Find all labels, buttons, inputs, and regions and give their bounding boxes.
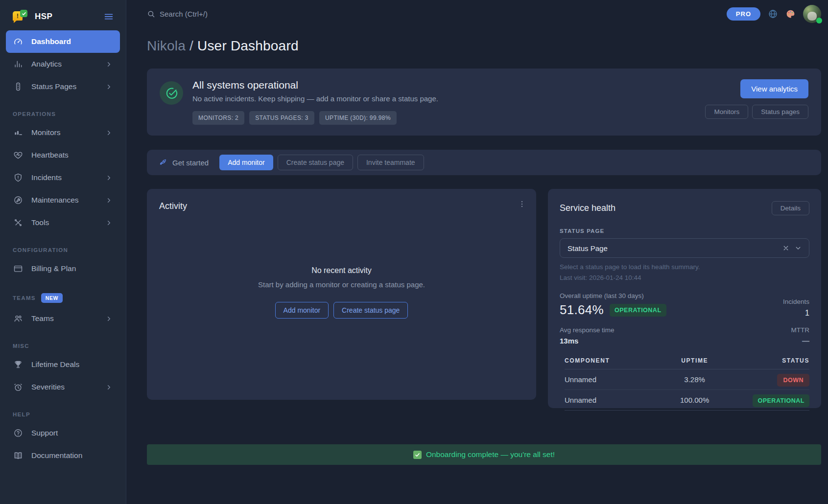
sidebar-item-incidents[interactable]: Incidents (6, 166, 120, 189)
theme-palette-icon[interactable] (785, 9, 796, 19)
breadcrumb-parent[interactable]: Nikola (147, 38, 186, 53)
get-started-buttons: Add monitorCreate status pageInvite team… (219, 155, 424, 170)
component-name: Unnamed (565, 396, 657, 404)
sidebar-section-operations: OPERATIONS (13, 111, 113, 117)
sidebar-item-label: Maintenances (31, 196, 79, 205)
sidebar-item-teams[interactable]: Teams (6, 307, 120, 330)
section-label: MISC (13, 343, 29, 349)
select-controls (782, 245, 802, 252)
sidebar-nav: DashboardAnalyticsStatus PagesOPERATIONS… (0, 30, 126, 467)
sidebar-item-analytics[interactable]: Analytics (6, 53, 120, 75)
empty-state-subtitle: Start by adding a monitor or creating a … (159, 280, 524, 289)
topbar: Search (Ctrl+/) PRO (147, 0, 821, 27)
status-page-select-value: Status Page (568, 244, 608, 252)
sidebar-item-label: Billing & Plan (31, 264, 76, 273)
create-status-page-button[interactable]: Create status page (333, 302, 408, 319)
select-helper-text: Select a status page to load its health … (560, 263, 809, 271)
clear-selection-icon[interactable] (782, 245, 789, 252)
app-logo[interactable]: ! HSP (13, 10, 52, 23)
language-globe-icon[interactable] (768, 9, 778, 19)
sidebar-item-support[interactable]: Support (6, 422, 120, 444)
mttr-stat: MTTR — (791, 326, 810, 345)
overall-uptime: Overall uptime (last 30 days) 51.64% OPE… (560, 292, 666, 318)
system-status-subtitle: No active incidents. Keep shipping — add… (192, 94, 438, 103)
service-health-title: Service health (560, 203, 615, 213)
sidebar-item-tools[interactable]: Tools (6, 211, 120, 234)
sidebar-header: ! HSP (0, 6, 126, 30)
activity-empty-state: No recent activity Start by adding a mon… (159, 266, 524, 319)
user-avatar[interactable] (803, 5, 821, 23)
sidebar-item-label: Tools (31, 218, 49, 227)
sidebar-item-label: Severities (31, 383, 65, 391)
avg-response-value: 13ms (560, 337, 615, 345)
sidebar-item-label: Support (31, 429, 58, 437)
sidebar-item-label: Lifetime Deals (31, 360, 79, 369)
sidebar-item-label: Analytics (31, 60, 62, 69)
status-metric-badge: STATUS PAGES: 3 (249, 111, 314, 125)
chevron-down-icon[interactable] (795, 245, 802, 252)
sidebar-item-severities[interactable]: Severities (6, 376, 120, 398)
response-stats-row: Avg response time 13ms MTTR — (560, 326, 809, 345)
component-status-badge: OPERATIONAL (753, 394, 809, 407)
chevron-right-icon (105, 315, 113, 322)
component-table: COMPONENTUPTIMESTATUSUnnamed3.28%DOWNUnn… (565, 353, 809, 411)
system-status-links: MonitorsStatus pages (705, 105, 808, 119)
kebab-menu-icon[interactable] (518, 200, 526, 208)
status-pages-button[interactable]: Status pages (752, 105, 808, 119)
avg-response-label: Avg response time (560, 326, 615, 334)
system-status-actions: View analytics MonitorsStatus pages (705, 79, 808, 119)
app-root: ! HSP DashboardAnalyticsStatus PagesOPER… (0, 0, 828, 504)
sidebar-item-billing-plan[interactable]: Billing & Plan (6, 257, 120, 280)
pro-badge: PRO (727, 7, 760, 21)
activity-title: Activity (159, 201, 524, 211)
sidebar-item-label: Teams (31, 314, 54, 323)
shield-alert-icon (13, 173, 23, 183)
section-label: OPERATIONS (13, 111, 56, 117)
system-status-title: All systems operational (192, 79, 438, 91)
menu-toggle-icon[interactable] (103, 11, 114, 22)
incidents-stat: Incidents 1 (783, 298, 809, 318)
rocket-icon (159, 158, 167, 167)
book-icon (13, 451, 23, 460)
search-input[interactable]: Search (Ctrl+/) (147, 10, 208, 18)
invite-teammate-button[interactable]: Invite teammate (357, 155, 424, 170)
sidebar-item-status-pages[interactable]: Status Pages (6, 75, 120, 98)
mttr-label: MTTR (791, 326, 810, 334)
sidebar-item-monitors[interactable]: Monitors (6, 121, 120, 144)
sidebar-item-dashboard[interactable]: Dashboard (6, 30, 120, 53)
view-analytics-button[interactable]: View analytics (740, 79, 808, 98)
sidebar-item-documentation[interactable]: Documentation (6, 444, 120, 467)
col-component: COMPONENT (565, 357, 657, 364)
brand-name: HSP (35, 12, 52, 22)
status-page-select[interactable]: Status Page (560, 238, 809, 258)
wrench-circle-icon (13, 195, 23, 205)
details-button[interactable]: Details (772, 201, 809, 215)
component-status-badge: DOWN (777, 374, 809, 387)
component-uptime: 100.00% (657, 396, 733, 404)
sidebar-section-teams: TEAMSNEW (13, 293, 113, 303)
monitors-button[interactable]: Monitors (705, 105, 748, 119)
uptime-label: Overall uptime (last 30 days) (560, 292, 666, 299)
chevron-right-icon (105, 83, 113, 91)
add-monitor-button[interactable]: Add monitor (275, 302, 329, 319)
sidebar-item-label: Monitors (31, 128, 60, 137)
component-name: Unnamed (565, 375, 657, 384)
check-square-icon (413, 451, 422, 459)
sidebar-item-lifetime-deals[interactable]: Lifetime Deals (6, 353, 120, 376)
sidebar-item-heartbeats[interactable]: Heartbeats (6, 144, 120, 166)
online-status-dot (816, 18, 822, 23)
component-row: Unnamed100.00%OPERATIONAL (565, 390, 809, 411)
avg-response-stat: Avg response time 13ms (560, 326, 615, 345)
onboarding-banner: Onboarding complete — you're all set! (147, 444, 821, 465)
check-circle-icon (160, 81, 183, 105)
sidebar-item-maintenances[interactable]: Maintenances (6, 189, 120, 211)
incidents-label: Incidents (783, 298, 809, 305)
add-monitor-button[interactable]: Add monitor (219, 155, 273, 170)
chevron-right-icon (105, 129, 113, 137)
get-started-label: Get started (172, 159, 209, 167)
status-metric-badge: MONITORS: 2 (192, 111, 244, 125)
create-status-page-button[interactable]: Create status page (278, 155, 353, 170)
sidebar-section-configuration: CONFIGURATION (13, 247, 113, 253)
status-metric-badge: UPTIME (30D): 99.98% (319, 111, 397, 125)
component-row: Unnamed3.28%DOWN (565, 369, 809, 390)
